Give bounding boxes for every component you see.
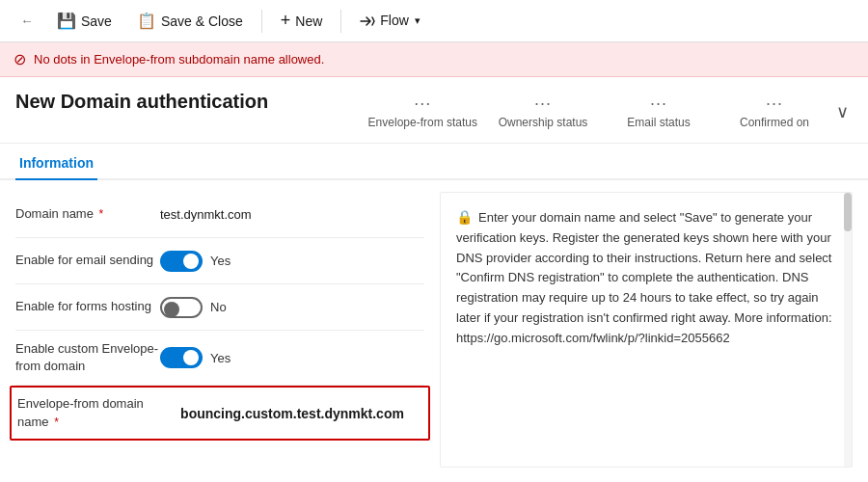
back-button[interactable]: ← — [12, 6, 42, 37]
enable-email-toggle[interactable] — [160, 251, 203, 272]
enable-forms-label: Enable for forms hosting — [15, 298, 160, 315]
tab-information[interactable]: Information — [15, 146, 97, 180]
enable-email-label: Enable for email sending — [15, 252, 160, 269]
main-content: Domain name * test.dynmkt.com Enable for… — [0, 180, 868, 479]
email-status-dots: ··· — [650, 94, 667, 112]
enable-forms-toggle-label: No — [210, 300, 227, 314]
page-title: New Domain authentication — [15, 91, 268, 113]
lock-icon: 🔒 — [456, 209, 473, 225]
required-star2: * — [54, 415, 59, 429]
enable-custom-value: Yes — [160, 347, 424, 368]
save-icon: 💾 — [57, 12, 76, 30]
enable-custom-toggle[interactable] — [160, 347, 203, 368]
new-icon: + — [281, 11, 291, 31]
save-label: Save — [81, 13, 112, 29]
toolbar: ← 💾 Save 📋 Save & Close + New Flow ▾ — [0, 0, 868, 42]
info-panel: 🔒Enter your domain name and select "Save… — [440, 192, 853, 468]
toggle-thumb-custom — [183, 350, 199, 365]
toggle-thumb — [183, 254, 199, 269]
scroll-thumb — [844, 193, 852, 231]
form-row-domain-name: Domain name * test.dynmkt.com — [15, 192, 424, 238]
required-star: * — [99, 207, 104, 221]
enable-forms-value: No — [160, 297, 424, 318]
confirmed-status-dots: ··· — [766, 94, 783, 112]
status-columns: ··· Envelope-from status ··· Ownership s… — [361, 91, 853, 133]
status-confirmed: ··· Confirmed on — [717, 91, 832, 133]
tab-bar: Information — [0, 146, 868, 180]
form-row-envelope-domain: Envelope-from domain name * bouncing.cus… — [10, 386, 430, 440]
save-close-icon: 📋 — [137, 12, 156, 30]
flow-button[interactable]: Flow ▾ — [349, 8, 430, 34]
domain-name-value[interactable]: test.dynmkt.com — [160, 207, 424, 222]
ownership-status-label: Ownership status — [499, 116, 588, 129]
status-expand-button[interactable]: ∨ — [832, 97, 853, 126]
envelope-domain-label: Envelope-from domain name * — [17, 395, 162, 430]
save-button[interactable]: 💾 Save — [46, 6, 122, 36]
envelope-status-label: Envelope-from status — [368, 116, 477, 129]
flow-chevron-icon: ▾ — [415, 14, 420, 27]
new-button[interactable]: + New — [270, 5, 334, 37]
scroll-track[interactable] — [844, 193, 852, 467]
status-envelope: ··· Envelope-from status — [361, 91, 485, 133]
ownership-status-dots: ··· — [534, 94, 552, 112]
toolbar-divider — [261, 10, 262, 33]
flow-label: Flow — [380, 13, 409, 28]
domain-name-label: Domain name * — [15, 205, 160, 223]
status-ownership: ··· Ownership status — [485, 91, 601, 133]
form-row-enable-forms: Enable for forms hosting No — [15, 284, 424, 331]
info-text: Enter your domain name and select "Save"… — [456, 210, 832, 345]
save-close-label: Save & Close — [161, 13, 243, 29]
form-row-enable-custom: Enable custom Envelope-from domain Yes — [15, 331, 424, 386]
enable-forms-toggle[interactable] — [160, 297, 203, 318]
envelope-status-dots: ··· — [414, 94, 431, 112]
enable-custom-label: Enable custom Envelope-from domain — [15, 340, 160, 375]
toggle-thumb-forms — [164, 302, 179, 317]
confirmed-status-label: Confirmed on — [740, 116, 809, 129]
toolbar-divider2 — [340, 10, 341, 33]
enable-email-toggle-label: Yes — [210, 254, 231, 268]
form-section: Domain name * test.dynmkt.com Enable for… — [15, 192, 440, 468]
error-icon: ⊘ — [14, 50, 26, 68]
form-row-enable-email: Enable for email sending Yes — [15, 238, 424, 284]
email-status-label: Email status — [627, 116, 690, 129]
enable-email-value: Yes — [160, 251, 424, 272]
status-email: ··· Email status — [601, 91, 717, 133]
new-label: New — [295, 13, 322, 29]
save-close-button[interactable]: 📋 Save & Close — [126, 6, 254, 36]
back-icon: ← — [20, 13, 33, 28]
envelope-domain-value[interactable]: bouncing.custom.test.dynmkt.com — [162, 406, 422, 421]
enable-custom-toggle-label: Yes — [210, 351, 231, 365]
error-message: No dots in Envelope-from subdomain name … — [34, 52, 324, 67]
flow-icon — [359, 13, 376, 29]
header-area: New Domain authentication ··· Envelope-f… — [0, 77, 868, 144]
error-bar: ⊘ No dots in Envelope-from subdomain nam… — [0, 42, 868, 77]
